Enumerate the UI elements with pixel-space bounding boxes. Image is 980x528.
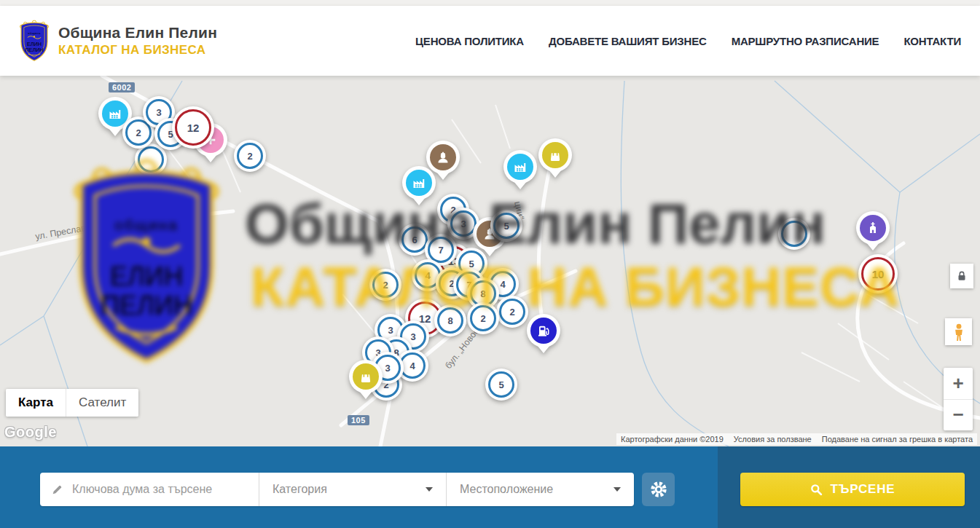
municipality-crest-icon [17, 19, 51, 63]
bag-icon [548, 148, 562, 162]
map-marker-cluster[interactable]: 5 [490, 210, 522, 242]
advanced-search-settings-button[interactable] [642, 473, 675, 506]
factory-icon [412, 176, 426, 190]
nav-add-business[interactable]: ДОБАВЕТЕ ВАШИЯТ БИЗНЕС [549, 35, 707, 47]
pencil-icon [51, 484, 63, 496]
map-marker-cluster[interactable] [778, 218, 810, 250]
road-shield-label: 6002 [109, 82, 135, 92]
chevron-down-icon [426, 487, 433, 492]
site-logo[interactable]: Община Елин Пелин КАТАЛОГ НА БИЗНЕСА [17, 19, 217, 63]
search-fields-group: Категория Местоположение [40, 473, 634, 506]
map-marker-pin-factory[interactable] [402, 166, 436, 208]
keyword-field [40, 473, 259, 506]
map-marker-pin-factory[interactable] [503, 150, 537, 192]
cluster-count: 3 [460, 218, 466, 229]
map-marker-cluster[interactable]: 2 [496, 296, 528, 328]
cluster-count: 2 [480, 313, 485, 324]
zoom-in-button[interactable]: + [944, 368, 973, 400]
location-select-label: Местоположение [447, 483, 614, 496]
header: Община Елин Пелин КАТАЛОГ НА БИЗНЕСА ЦЕН… [0, 6, 980, 76]
gear-icon [650, 481, 667, 498]
cluster-count: 8 [447, 315, 452, 326]
category-select-label: Категория [259, 483, 426, 496]
map-marker-pin-fuel[interactable] [527, 314, 560, 356]
cluster-count: 8 [480, 288, 485, 299]
road-shield-label: 105 [348, 415, 369, 425]
cluster-count: 2 [509, 307, 514, 318]
map-marker-cluster[interactable]: 5 [485, 369, 517, 401]
bag-icon [358, 369, 373, 384]
cluster-count: 12 [187, 122, 200, 134]
map-marker-cluster[interactable]: 10 [858, 254, 898, 293]
fuel-icon [536, 323, 551, 338]
church-icon [866, 221, 880, 235]
map-marker-cluster[interactable]: 2 [234, 140, 266, 172]
nav-pricing-policy[interactable]: ЦЕНОВА ПОЛИТИКА [415, 35, 524, 47]
map-attribution: Картографски данни ©2019 Условия за полз… [616, 433, 977, 445]
map-type-map-button[interactable]: Карта [6, 389, 66, 417]
map-marker-cluster[interactable]: 8 [434, 304, 466, 336]
cluster-count: 5 [498, 379, 503, 390]
map-marker-cluster[interactable]: 2 [369, 269, 401, 301]
map-marker-pin-church[interactable] [856, 211, 890, 253]
search-button[interactable]: ТЪРСЕНЕ [740, 473, 965, 506]
cluster-count: 2 [247, 151, 252, 162]
chevron-down-icon [614, 487, 621, 492]
map-marker-cluster[interactable]: 2 [467, 302, 499, 334]
map-zoom-control: + − [944, 368, 973, 430]
map-type-satellite-button[interactable]: Сателит [66, 389, 138, 417]
factory-icon [513, 159, 528, 174]
google-logo[interactable]: Google [4, 424, 57, 441]
map-marker-pin-bag[interactable] [538, 138, 572, 181]
cluster-count: 3 [410, 331, 415, 342]
site-subtitle: КАТАЛОГ НА БИЗНЕСА [58, 43, 217, 58]
pegman-control[interactable] [945, 318, 972, 345]
cluster-count: 6 [412, 235, 417, 245]
cluster-count: 5 [503, 221, 509, 232]
cluster-count: 3 [388, 325, 393, 336]
logo-text: Община Елин Пелин КАТАЛОГ НА БИЗНЕСА [58, 24, 217, 58]
top-strip [0, 0, 980, 6]
map-marker-pin-bag[interactable] [349, 360, 383, 402]
nav-contacts[interactable]: КОНТАКТИ [903, 35, 961, 47]
google-map[interactable]: Община Елин Пелин КАТАЛОГ НА БИЗНЕСА Кар… [0, 76, 980, 446]
search-bar: Категория Местоположение ТЪРСЕНЕ [0, 446, 980, 528]
cluster-count: 2 [136, 127, 141, 138]
main-nav: ЦЕНОВА ПОЛИТИКА ДОБАВЕТЕ ВАШИЯТ БИЗНЕС М… [415, 35, 961, 47]
cluster-count: 3 [385, 363, 390, 374]
cluster-count: 2 [383, 280, 388, 291]
worker-icon [436, 150, 450, 165]
factory-icon [108, 106, 122, 121]
page: Община Елин Пелин КАТАЛОГ НА БИЗНЕСА ЦЕН… [0, 0, 980, 528]
attribution-terms-link[interactable]: Условия за ползване [734, 435, 812, 444]
map-type-control: Карта Сателит [6, 389, 138, 417]
cluster-count: 3 [156, 107, 161, 118]
cluster-count: 5 [469, 259, 474, 269]
nav-route-schedule[interactable]: МАРШРУТНО РАЗПИСАНИЕ [732, 35, 879, 47]
cluster-count: 4 [500, 279, 505, 290]
attribution-copyright: Картографски данни ©2019 [621, 435, 724, 444]
attribution-report-error-link[interactable]: Подаване на сигнал за грешка в картата [822, 435, 973, 444]
lock-icon [955, 269, 968, 283]
search-button-label: ТЪРСЕНЕ [831, 482, 895, 497]
street-view-lock-button[interactable] [950, 264, 973, 288]
cluster-count: 4 [425, 270, 430, 281]
pegman-icon [949, 323, 968, 342]
category-select[interactable]: Категория [259, 473, 446, 506]
location-select[interactable]: Местоположение [446, 473, 634, 506]
keyword-search-input[interactable] [63, 483, 259, 496]
cluster-count: 7 [438, 245, 443, 256]
cluster-count: 10 [872, 268, 885, 280]
map-marker-cluster[interactable]: 12 [172, 106, 214, 149]
cluster-count: 4 [409, 360, 415, 371]
site-title: Община Елин Пелин [58, 24, 217, 42]
search-icon [810, 484, 823, 496]
zoom-out-button[interactable]: − [944, 400, 973, 431]
